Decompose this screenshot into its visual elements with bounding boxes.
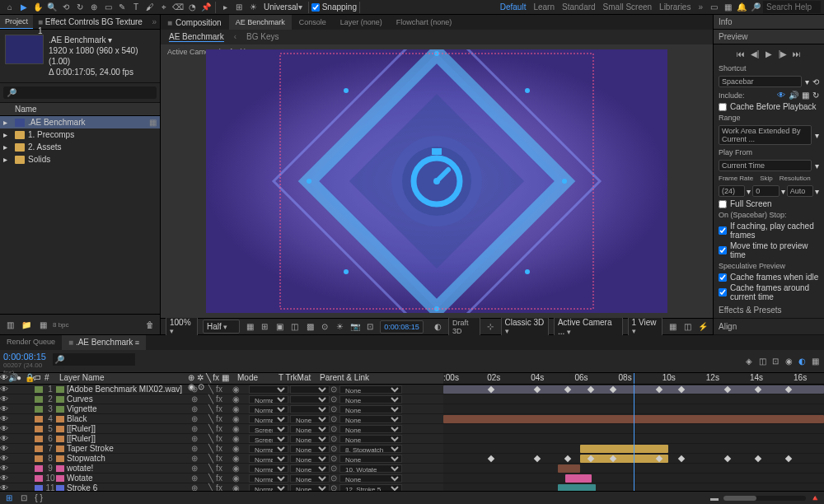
project-item[interactable]: ▸.AE Benchmark▦ bbox=[0, 116, 160, 128]
gizmo-icon[interactable]: ⊹ bbox=[485, 321, 495, 333]
tab-timeline-ae[interactable]: ■ .AE Benchmark ≡ bbox=[62, 335, 146, 350]
keyframe[interactable] bbox=[678, 455, 685, 462]
layer-name[interactable]: [Adobe Benchmark MIX02.wav] bbox=[67, 385, 190, 394]
trkmat-dropdown[interactable]: None bbox=[290, 464, 330, 473]
exposure-icon[interactable]: ☀ bbox=[335, 321, 344, 333]
parent-dropdown[interactable]: None bbox=[339, 425, 402, 433]
trkmat-dropdown[interactable]: None bbox=[290, 445, 330, 453]
zoom-tool-icon[interactable]: 🔍 bbox=[45, 1, 59, 14]
visibility-toggle[interactable]: 👁 bbox=[0, 434, 8, 443]
include-overlay-icon[interactable]: ▦ bbox=[802, 91, 809, 100]
visibility-toggle[interactable]: 👁 bbox=[0, 394, 8, 404]
align-panel[interactable]: Align bbox=[714, 319, 824, 335]
layer-name[interactable]: Curves bbox=[67, 394, 190, 404]
layer-name[interactable]: [[Ruler]] bbox=[67, 434, 190, 443]
trkmat-dropdown[interactable]: None bbox=[290, 425, 330, 433]
layer-bar[interactable] bbox=[558, 484, 596, 491]
prev-frame-icon[interactable]: ◀| bbox=[749, 48, 761, 59]
layer-name[interactable]: Stopwatch bbox=[67, 454, 190, 463]
orbit-tool-icon[interactable]: ⟲ bbox=[59, 1, 73, 14]
cti-icon[interactable]: ⊙ bbox=[320, 321, 330, 333]
layer-name[interactable]: Wotate bbox=[67, 474, 190, 483]
blend-mode-dropdown[interactable]: Normal bbox=[249, 415, 288, 423]
blend-mode-dropdown[interactable]: Normal bbox=[249, 395, 288, 404]
keyframe[interactable] bbox=[488, 455, 494, 462]
sync-icon[interactable]: ▦ bbox=[721, 1, 734, 14]
blend-mode-dropdown[interactable]: Normal bbox=[249, 405, 288, 413]
zoom-dropdown[interactable]: 100% ▾ bbox=[166, 315, 198, 338]
guides-icon[interactable]: ⊞ bbox=[260, 321, 269, 333]
keyframe[interactable] bbox=[564, 455, 571, 462]
tab-ae-benchmark[interactable]: AE Benchmark bbox=[229, 15, 292, 30]
timeline-layer[interactable]: 👁 5 [[Ruler]] ⊕╲fx◉ Screen None ⊙ None bbox=[0, 424, 443, 434]
timeline-search-input[interactable] bbox=[53, 353, 135, 366]
trkmat-dropdown[interactable]: None bbox=[290, 415, 330, 423]
label-color[interactable] bbox=[35, 396, 43, 403]
composition-viewer[interactable]: Active Camera (Default) bbox=[161, 44, 713, 318]
timeline-timecode[interactable]: 0:00:08:15 00207 (24.00 fps) bbox=[0, 350, 49, 372]
timeline-layer[interactable]: 👁 9 wotate! ⊕╲fx◉ Normal None ⊙ 10. Wota… bbox=[0, 464, 443, 474]
comp-mini-flowchart-icon[interactable]: ◈ bbox=[743, 356, 755, 367]
play-from-dropdown[interactable]: Current Time bbox=[719, 160, 812, 171]
fullscreen-checkbox[interactable] bbox=[719, 200, 727, 208]
visibility-toggle[interactable]: 👁 bbox=[0, 404, 8, 413]
snapping-toggle[interactable]: Snapping bbox=[311, 2, 357, 12]
clone-tool-icon[interactable]: ⌖ bbox=[157, 1, 171, 14]
timeline-zoom-slider[interactable] bbox=[723, 496, 806, 501]
cache-before-checkbox[interactable] bbox=[719, 103, 727, 111]
renderer-dropdown[interactable]: Classic 3D ▾ bbox=[501, 315, 549, 338]
range-dropdown[interactable]: Work Area Extended By Current ... bbox=[719, 125, 812, 145]
toggle-switches-icon[interactable]: ⊞ bbox=[3, 492, 15, 504]
shy-icon[interactable]: ⊡ bbox=[770, 356, 781, 367]
trkmat-dropdown[interactable] bbox=[290, 385, 330, 394]
timeline-layer[interactable]: 👁 4 Black ⊕╲fx◉ Normal None ⊙ None bbox=[0, 414, 443, 424]
universal-dropdown[interactable]: Universal ▾ bbox=[260, 1, 306, 14]
label-color[interactable] bbox=[35, 475, 43, 482]
label-color[interactable] bbox=[35, 426, 43, 432]
parent-dropdown[interactable]: 10. Wotate bbox=[339, 464, 402, 473]
project-item[interactable]: ▸2. Assets bbox=[0, 141, 160, 153]
bpc-indicator[interactable]: 8 bpc bbox=[53, 321, 69, 329]
world-axis-icon[interactable]: ☀ bbox=[246, 1, 260, 14]
layer-name[interactable]: wotate! bbox=[67, 464, 190, 473]
text-tool-icon[interactable]: T bbox=[129, 1, 143, 14]
visibility-toggle[interactable]: 👁 bbox=[0, 464, 8, 473]
trkmat-dropdown[interactable] bbox=[290, 405, 330, 413]
label-color[interactable] bbox=[35, 386, 43, 393]
visibility-toggle[interactable]: 👁 bbox=[0, 444, 8, 453]
blend-mode-dropdown[interactable] bbox=[249, 385, 288, 394]
blend-mode-dropdown[interactable]: Normal bbox=[249, 464, 288, 473]
layer-name[interactable]: Black bbox=[67, 414, 190, 423]
tab-effect-controls[interactable]: ■ Effect Controls BG Texture 1 bbox=[33, 15, 148, 29]
include-audio-icon[interactable]: 🔊 bbox=[789, 91, 798, 100]
roto-tool-icon[interactable]: ◔ bbox=[185, 1, 199, 14]
framerate-dropdown[interactable]: (24) bbox=[719, 185, 745, 197]
layer-bar[interactable] bbox=[580, 445, 667, 453]
trkmat-dropdown[interactable] bbox=[290, 395, 330, 404]
axis-mode-icon[interactable]: ▸ bbox=[218, 1, 232, 14]
selection-tool-icon[interactable]: ▶ bbox=[17, 1, 30, 14]
visibility-toggle[interactable]: 👁 bbox=[0, 483, 8, 491]
pen-tool-icon[interactable]: ✎ bbox=[115, 1, 129, 14]
subtab-ae[interactable]: AE Benchmark bbox=[169, 32, 224, 42]
move-time-checkbox[interactable] bbox=[719, 246, 727, 254]
layer-bar[interactable] bbox=[565, 474, 592, 483]
project-search-input[interactable] bbox=[3, 86, 157, 99]
mask-icon[interactable]: ▣ bbox=[274, 321, 284, 333]
label-color[interactable] bbox=[35, 416, 43, 422]
home-icon[interactable]: ⌂ bbox=[3, 1, 16, 14]
puppet-tool-icon[interactable]: 📌 bbox=[199, 1, 213, 14]
eraser-tool-icon[interactable]: ⌫ bbox=[171, 1, 185, 14]
visibility-toggle[interactable]: 👁 bbox=[0, 414, 8, 423]
viewer-timecode[interactable]: 0:00:08:15 bbox=[380, 320, 424, 334]
loop-icon[interactable]: ↻ bbox=[812, 91, 819, 100]
shortcut-dropdown[interactable]: Spacebar bbox=[719, 76, 802, 87]
transparency-icon[interactable]: ▩ bbox=[305, 321, 315, 333]
layer-bar[interactable] bbox=[558, 464, 581, 473]
region-icon[interactable]: ◫ bbox=[290, 321, 300, 333]
label-color[interactable] bbox=[35, 446, 43, 452]
tab-console[interactable]: Console bbox=[293, 15, 333, 30]
if-caching-checkbox[interactable] bbox=[719, 226, 727, 235]
tab-flowchart[interactable]: Flowchart (none) bbox=[390, 15, 459, 30]
label-color[interactable] bbox=[35, 455, 43, 462]
